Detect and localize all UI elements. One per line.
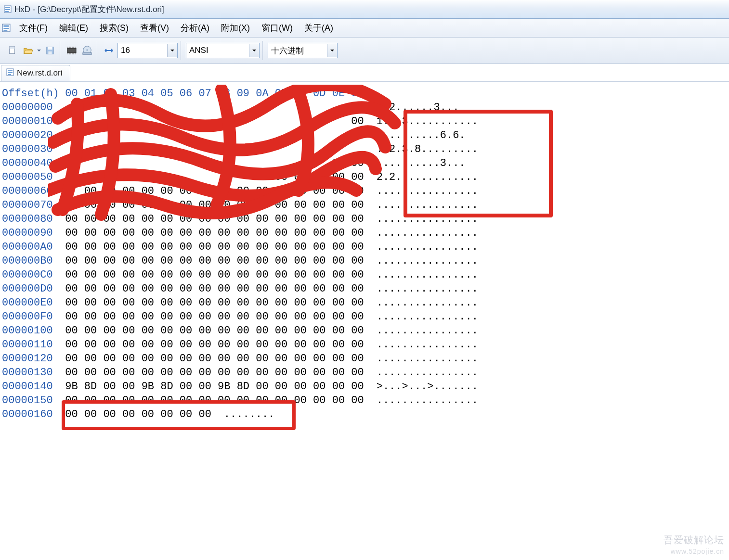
hex-row[interactable]: 00000040 2E 00..........3...: [2, 156, 727, 170]
ascii-cell[interactable]: ................: [364, 324, 478, 338]
hex-row[interactable]: 00000010 001.0.3...........: [2, 115, 727, 128]
ascii-cell[interactable]: >...>...>.......: [364, 380, 478, 394]
chevron-down-icon[interactable]: [167, 44, 177, 57]
dropdown-arrow-icon[interactable]: [37, 45, 41, 56]
hex-bytes[interactable]: 00 00 00 00 00 00 00 00 00 00 00 00 00 0…: [59, 324, 364, 338]
ascii-cell[interactable]: ................: [364, 240, 478, 254]
number-base-combo[interactable]: [268, 43, 338, 58]
hex-bytes[interactable]: 00 00 00 00 00 00 00 00 00 00 00 00 00 0…: [59, 254, 364, 268]
bytes-per-row-input[interactable]: [118, 44, 167, 57]
menu-window[interactable]: 窗口(W): [256, 20, 299, 36]
ascii-cell[interactable]: ................: [364, 254, 478, 268]
hex-bytes[interactable]: 00 00 00 00 00 00: [59, 170, 364, 184]
ascii-cell[interactable]: ................: [364, 338, 478, 352]
hex-row[interactable]: 00000080 00 00 00 00 00 00 00 00 00 00 0…: [2, 212, 727, 226]
hex-bytes[interactable]: 00 00 00 00 00 00 00 00 00 00 00 00 00 0…: [59, 310, 364, 324]
ascii-cell[interactable]: ..2.3.8.........: [364, 142, 478, 156]
hex-bytes[interactable]: 00 00 00 00 00 00 00 00 00 00 00 00 00 0…: [59, 366, 364, 380]
offset-cell: 00000050: [2, 170, 59, 184]
hex-row[interactable]: 000000F0 00 00 00 00 00 00 00 00 00 00 0…: [2, 310, 727, 324]
hex-row[interactable]: 00000030 ..2.3.8.........: [2, 142, 727, 156]
hex-bytes[interactable]: 00 00 00 00 00 00 00 00 00 00 00 00 00 0…: [59, 352, 364, 366]
disk-button[interactable]: [80, 44, 94, 57]
hex-row[interactable]: 00000000 ..2......3...: [2, 101, 727, 115]
ascii-cell[interactable]: ................: [364, 296, 478, 310]
encoding-combo[interactable]: [186, 43, 260, 58]
hex-bytes[interactable]: 00 00 00 00 00 00 00 00 00 00 00 00 00 0…: [59, 394, 364, 407]
ascii-cell[interactable]: ..2......3...: [364, 101, 459, 115]
menu-analyze[interactable]: 分析(A): [175, 20, 215, 36]
chevron-down-icon[interactable]: [249, 44, 259, 57]
menu-about[interactable]: 关于(A): [299, 20, 339, 36]
new-file-button[interactable]: [6, 44, 19, 57]
hex-bytes[interactable]: 00: [59, 115, 364, 128]
hex-row[interactable]: 00000150 00 00 00 00 00 00 00 00 00 00 0…: [2, 394, 727, 407]
ascii-cell[interactable]: ..........3...: [364, 156, 466, 170]
hex-bytes[interactable]: 00 00 00 00 00 00 00 00 00 00 00 00 00 0…: [59, 226, 364, 240]
menu-file[interactable]: 文件(F): [13, 20, 53, 36]
ascii-cell[interactable]: ................: [364, 212, 478, 226]
document-tab[interactable]: New.rst.d.ori: [1, 65, 70, 81]
hex-bytes[interactable]: 00 00 00 00 00 00 00 00 00 00 00 00 00 0…: [59, 338, 364, 352]
hex-row[interactable]: 000000A0 00 00 00 00 00 00 00 00 00 00 0…: [2, 240, 727, 254]
menu-edit[interactable]: 编辑(E): [53, 20, 94, 36]
hex-row[interactable]: 00000120 00 00 00 00 00 00 00 00 00 00 0…: [2, 352, 727, 366]
ascii-cell[interactable]: ................: [364, 366, 478, 380]
hex-bytes[interactable]: [59, 128, 364, 142]
hex-bytes[interactable]: 00 00 00 00 00 00 00 00: [59, 407, 211, 421]
svg-rect-5: [48, 47, 52, 50]
hex-bytes[interactable]: [59, 101, 364, 115]
ascii-cell[interactable]: ................: [364, 184, 478, 198]
menu-view[interactable]: 查看(V): [134, 20, 175, 36]
hex-bytes[interactable]: [59, 142, 364, 156]
hex-row[interactable]: 000000E0 00 00 00 00 00 00 00 00 00 00 0…: [2, 296, 727, 310]
offset-cell: 00000090: [2, 226, 59, 240]
hex-bytes[interactable]: 2E 00: [59, 156, 364, 170]
hex-row[interactable]: 00000090 00 00 00 00 00 00 00 00 00 00 0…: [2, 226, 727, 240]
open-file-button[interactable]: [21, 44, 35, 57]
hex-bytes[interactable]: 00 00 00 00 00 00 00 00 00 00 00 00 00 0…: [59, 268, 364, 282]
hex-bytes[interactable]: 9B 8D 00 00 9B 8D 00 00 9B 8D 00 00 00 0…: [59, 380, 364, 394]
hex-row[interactable]: 00000130 00 00 00 00 00 00 00 00 00 00 0…: [2, 366, 727, 380]
save-button[interactable]: [43, 44, 57, 57]
ascii-cell[interactable]: ................: [364, 352, 478, 366]
ascii-cell[interactable]: ................: [364, 226, 478, 240]
hex-bytes[interactable]: 00 00 00 00 00 00 00 00 00 00 00 00 00 0…: [59, 296, 364, 310]
ascii-cell[interactable]: ........: [211, 407, 275, 421]
hex-bytes[interactable]: 00 00 00 00 00 00 00 00 00 00 00 00 00 0…: [59, 282, 364, 296]
hex-row[interactable]: 000000B0 00 00 00 00 00 00 00 00 00 00 0…: [2, 254, 727, 268]
offset-cell: 00000160: [2, 407, 59, 421]
ascii-cell[interactable]: ................: [364, 282, 478, 296]
hex-row[interactable]: 00000160 00 00 00 00 00 00 00 00........: [2, 407, 727, 421]
menu-search[interactable]: 搜索(S): [94, 20, 134, 36]
hex-row[interactable]: 00000140 9B 8D 00 00 9B 8D 00 00 9B 8D 0…: [2, 380, 727, 394]
number-base-input[interactable]: [268, 44, 327, 57]
ascii-cell[interactable]: ................: [364, 310, 478, 324]
chevron-down-icon[interactable]: [327, 44, 337, 57]
ram-button[interactable]: [65, 44, 78, 57]
hex-row[interactable]: 00000110 00 00 00 00 00 00 00 00 00 00 0…: [2, 338, 727, 352]
menu-extras[interactable]: 附加(X): [215, 20, 256, 36]
hex-row[interactable]: 000000C0 00 00 00 00 00 00 00 00 00 00 0…: [2, 268, 727, 282]
ascii-cell[interactable]: 2.2.............: [364, 170, 478, 184]
hex-row[interactable]: 00000070 00 00 00 00 00 00 00 00 00 00 0…: [2, 198, 727, 212]
hex-row[interactable]: 00000100 00 00 00 00 00 00 00 00 00 00 0…: [2, 324, 727, 338]
hex-row[interactable]: 00000060 00 00 00 00 00 00 00 00 00 00 0…: [2, 184, 727, 198]
hex-editor[interactable]: Offset(h) 00 01 02 03 04 05 06 07 08 09 …: [0, 82, 729, 423]
hex-row[interactable]: 00000050 00 00 00 00 00 002.2...........…: [2, 170, 727, 184]
hex-bytes[interactable]: 00 00 00 00 00 00 00 00 00 00 00 00 00 0…: [59, 240, 364, 254]
svg-point-9: [86, 49, 88, 51]
hex-bytes[interactable]: 00 00 00 00 00 00 00 00 00 00 00 00 00 0…: [59, 184, 364, 198]
ascii-cell[interactable]: ................: [364, 268, 478, 282]
hex-bytes[interactable]: 00 00 00 00 00 00 00 00 00 00 00 00 00 0…: [59, 198, 364, 212]
ascii-cell[interactable]: 1.0.3...........: [364, 115, 478, 128]
bytes-per-row-combo[interactable]: [117, 43, 178, 58]
hex-row[interactable]: 000000D0 00 00 00 00 00 00 00 00 00 00 0…: [2, 282, 727, 296]
ascii-cell[interactable]: ................: [364, 394, 478, 407]
encoding-input[interactable]: [186, 44, 249, 57]
ascii-cell[interactable]: ..........6.6.: [364, 128, 466, 142]
menubar: 文件(F) 编辑(E) 搜索(S) 查看(V) 分析(A) 附加(X) 窗口(W…: [0, 19, 729, 38]
ascii-cell[interactable]: ................: [364, 198, 478, 212]
hex-row[interactable]: 00000020 ..........6.6.: [2, 128, 727, 142]
hex-bytes[interactable]: 00 00 00 00 00 00 00 00 00 00 00 00 00 0…: [59, 212, 364, 226]
